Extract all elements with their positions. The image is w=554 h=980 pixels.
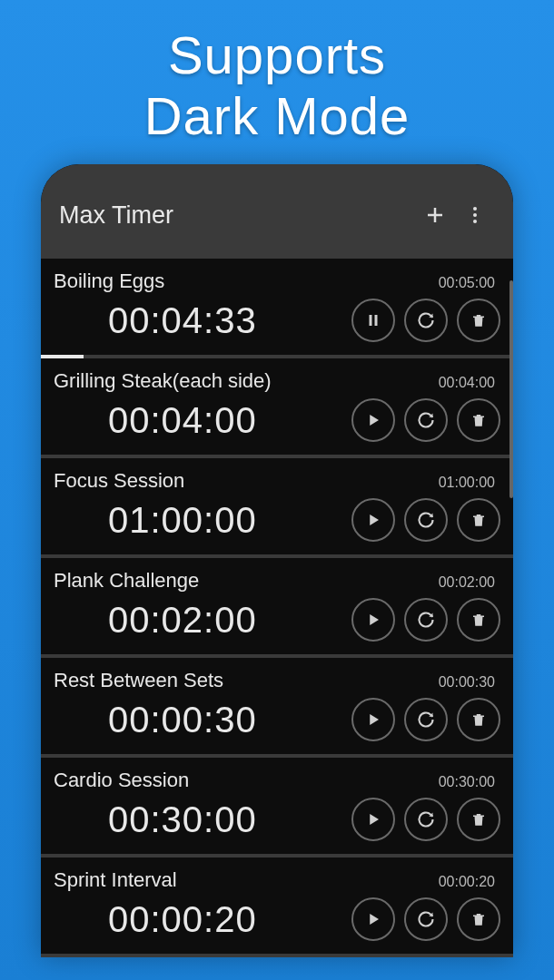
pause-button[interactable] — [351, 299, 395, 342]
timer-body: 01:00:00 — [54, 498, 500, 554]
timer-body: 00:00:20 — [54, 897, 500, 954]
timer-header: Focus Session 01:00:00 — [54, 469, 500, 498]
timer-name[interactable]: Sprint Interval — [54, 868, 177, 892]
reset-icon — [417, 311, 435, 329]
delete-button[interactable] — [457, 498, 500, 542]
phone-frame: Max Timer Boiling Eggs 00:05:00 00:04:33 — [41, 164, 513, 957]
reset-button[interactable] — [404, 897, 448, 941]
timer-body: 00:00:30 — [54, 698, 500, 754]
svg-rect-7 — [473, 317, 484, 318]
plus-icon — [424, 204, 446, 226]
svg-rect-6 — [375, 315, 378, 326]
play-icon — [365, 412, 381, 428]
timer-name[interactable]: Boiling Eggs — [54, 270, 164, 293]
delete-icon — [470, 312, 487, 328]
add-button[interactable] — [415, 195, 455, 235]
reset-icon — [417, 611, 435, 629]
timer-total: 00:05:00 — [439, 275, 500, 291]
play-icon — [365, 612, 381, 628]
play-button[interactable] — [351, 798, 395, 841]
svg-marker-12 — [370, 614, 379, 625]
svg-marker-8 — [370, 415, 379, 426]
delete-button[interactable] — [457, 299, 500, 342]
delete-button[interactable] — [457, 798, 500, 841]
menu-button[interactable] — [455, 195, 495, 235]
reset-icon — [417, 710, 435, 729]
delete-button[interactable] — [457, 598, 500, 642]
timer-controls — [351, 598, 500, 642]
timer-controls — [351, 299, 500, 342]
play-button[interactable] — [351, 498, 395, 542]
timer-display: 00:02:00 — [54, 600, 257, 641]
progress-bar — [41, 954, 513, 957]
timer-body: 00:02:00 — [54, 598, 500, 654]
play-icon — [365, 811, 381, 828]
timer-name[interactable]: Rest Between Sets — [54, 669, 223, 692]
timer-name[interactable]: Plank Challenge — [54, 569, 199, 593]
delete-icon — [470, 512, 487, 528]
timer-item: Grilling Steak(each side) 00:04:00 00:04… — [41, 358, 513, 458]
delete-button[interactable] — [457, 698, 500, 741]
play-icon — [365, 711, 381, 728]
timer-header: Plank Challenge 00:02:00 — [54, 569, 500, 598]
play-icon — [365, 911, 381, 927]
timer-display: 00:04:00 — [54, 400, 257, 441]
timer-total: 00:00:20 — [439, 874, 500, 890]
reset-icon — [417, 411, 435, 429]
delete-button[interactable] — [457, 398, 500, 442]
svg-rect-15 — [473, 716, 484, 718]
delete-icon — [470, 711, 487, 728]
promo-banner: Supports Dark Mode — [0, 0, 554, 164]
reset-button[interactable] — [404, 299, 448, 342]
timer-controls — [351, 897, 500, 941]
timer-display: 00:04:33 — [54, 300, 257, 341]
reset-button[interactable] — [404, 698, 448, 741]
reset-button[interactable] — [404, 498, 448, 542]
timer-name[interactable]: Focus Session — [54, 469, 184, 493]
play-button[interactable] — [351, 398, 395, 442]
delete-button[interactable] — [457, 897, 500, 941]
reset-button[interactable] — [404, 398, 448, 442]
more-vertical-icon — [464, 204, 486, 226]
timer-total: 00:00:30 — [439, 674, 500, 691]
timer-controls — [351, 698, 500, 741]
delete-icon — [470, 911, 487, 927]
svg-marker-14 — [370, 714, 379, 725]
svg-rect-17 — [473, 816, 484, 818]
timer-name[interactable]: Cardio Session — [54, 769, 189, 792]
timer-display: 00:00:20 — [54, 899, 257, 940]
app-title: Max Timer — [59, 201, 415, 230]
timer-total: 00:30:00 — [439, 774, 500, 790]
svg-rect-11 — [473, 516, 484, 518]
promo-line2: Dark Mode — [0, 86, 554, 147]
timer-item: Plank Challenge 00:02:00 00:02:00 — [41, 558, 513, 658]
play-button[interactable] — [351, 698, 395, 741]
svg-rect-19 — [473, 916, 484, 917]
scrollbar[interactable] — [509, 280, 513, 498]
reset-button[interactable] — [404, 798, 448, 841]
play-button[interactable] — [351, 598, 395, 642]
reset-button[interactable] — [404, 598, 448, 642]
timer-body: 00:04:33 — [54, 299, 500, 355]
timer-item: Focus Session 01:00:00 01:00:00 — [41, 458, 513, 558]
svg-rect-13 — [473, 616, 484, 618]
svg-marker-16 — [370, 814, 379, 825]
promo-line1: Supports — [0, 25, 554, 86]
svg-rect-9 — [473, 416, 484, 418]
play-button[interactable] — [351, 897, 395, 941]
timer-body: 00:04:00 — [54, 398, 500, 455]
delete-icon — [470, 811, 487, 828]
svg-rect-5 — [370, 315, 372, 326]
play-icon — [365, 512, 381, 528]
svg-marker-10 — [370, 514, 379, 525]
timer-controls — [351, 798, 500, 841]
timer-header: Cardio Session 00:30:00 — [54, 769, 500, 798]
timer-display: 00:30:00 — [54, 799, 257, 840]
reset-icon — [417, 810, 435, 828]
timer-name[interactable]: Grilling Steak(each side) — [54, 369, 272, 393]
timer-item: Cardio Session 00:30:00 00:30:00 — [41, 758, 513, 858]
delete-icon — [470, 612, 487, 628]
timer-display: 00:00:30 — [54, 700, 257, 740]
timer-header: Grilling Steak(each side) 00:04:00 — [54, 369, 500, 398]
timer-controls — [351, 398, 500, 442]
